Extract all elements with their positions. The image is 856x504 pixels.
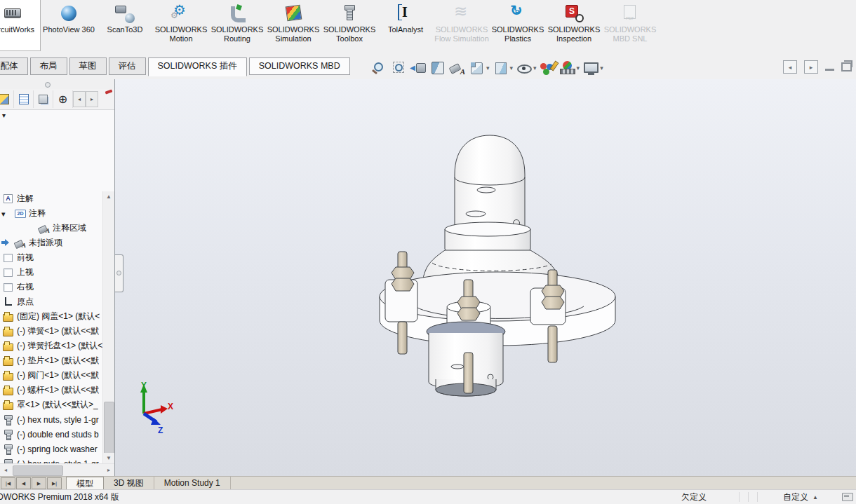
scroll-right-icon[interactable]: ▸ xyxy=(103,465,114,476)
addin-icon xyxy=(170,4,192,23)
addin-photoview-360[interactable]: PhotoView 360 xyxy=(41,0,97,34)
view-orientation-icon[interactable]: ▾ xyxy=(469,60,490,76)
scroll-up-icon[interactable]: ▲ xyxy=(103,191,114,203)
tree-item[interactable]: 注释区域 xyxy=(0,221,103,236)
hide-show-items-icon[interactable]: ▾ xyxy=(516,60,537,76)
display-style-icon[interactable]: ▾ xyxy=(493,60,514,76)
panel-tab-scroll-right[interactable]: ▸ xyxy=(86,91,98,107)
addin-solidworks-motion[interactable]: SOLIDWORKS Motion xyxy=(153,0,209,43)
status-bar: SOLIDWORKS Premium 2018 x64 版 欠定义 自定义 ▲ xyxy=(0,489,856,504)
dropdown-caret-icon[interactable]: ▾ xyxy=(486,64,490,71)
tab-nav-button[interactable]: ◀ xyxy=(16,477,31,489)
addins-toolbar: CircuitWorks PhotoView 360 ScanTo3D SOLI… xyxy=(0,0,856,56)
tree-item[interactable]: (-) 垫片<1> (默认<<默 xyxy=(0,353,103,368)
doc-tab-motion-study-1[interactable]: Motion Study 1 xyxy=(154,477,231,490)
tab-layout[interactable]: 布局 xyxy=(30,57,67,75)
view-annotations-icon[interactable]: ▾ xyxy=(449,60,466,76)
addin-icon xyxy=(283,4,304,23)
scroll-down-icon[interactable]: ▼ xyxy=(103,453,114,464)
addin-tolanalyst[interactable]: TolAnalyst xyxy=(377,0,434,34)
addin-solidworks-mbd-snl[interactable]: SOLIDWORKS MBD SNL xyxy=(602,0,658,43)
expand-arrow-icon[interactable] xyxy=(1,238,10,247)
doc-tab-model[interactable]: 模型 xyxy=(66,477,104,490)
tree-item[interactable]: (-) 阀门<1> (默认<<默 xyxy=(0,368,103,383)
addin-scanto3d[interactable]: ScanTo3D xyxy=(97,0,153,34)
tree-item[interactable]: 右视 xyxy=(0,280,103,294)
tree-item-icon xyxy=(3,415,14,425)
tab-solidworks-mbd[interactable]: SOLIDWORKS MBD xyxy=(249,57,350,75)
propertymanager-tab[interactable] xyxy=(14,90,34,108)
tree-item-label: (-) 阀门<1> (默认<<默 xyxy=(17,369,99,381)
addin-solidworks-plastics[interactable]: SOLIDWORKS Plastics xyxy=(490,0,546,43)
addin-circuitworks[interactable]: CircuitWorks xyxy=(0,0,41,51)
window-pane-buttons: ◂ ▸ xyxy=(783,60,852,74)
panel-tab-scroll-left[interactable]: ◂ xyxy=(73,91,86,107)
dropdown-caret-icon[interactable]: ▾ xyxy=(533,64,537,71)
addin-solidworks-inspection[interactable]: SOLIDWORKS Inspection xyxy=(546,0,602,43)
previous-view-icon[interactable]: ▾ xyxy=(410,60,427,76)
tree-item[interactable]: 注解 xyxy=(0,191,103,206)
tab-nav-button[interactable]: |◀ xyxy=(1,477,15,489)
tree-item-icon xyxy=(3,268,14,278)
tree-vertical-scrollbar[interactable]: ▲ ▼ xyxy=(102,191,114,464)
minimize-button[interactable] xyxy=(825,69,834,71)
unit-system[interactable]: 自定义 xyxy=(783,491,808,503)
zoom-to-fit-icon[interactable]: ▾ xyxy=(370,60,387,76)
addin-solidworks-flow-simulation[interactable]: SOLIDWORKS Flow Simulation xyxy=(434,0,490,43)
tab-nav-button[interactable]: ▶ xyxy=(32,477,46,489)
dropdown-caret-icon[interactable]: ▾ xyxy=(577,64,580,71)
zoom-to-area-icon[interactable]: ▾ xyxy=(390,60,407,76)
tree-item[interactable]: 上视 xyxy=(0,265,103,280)
tree-item[interactable]: 注释 xyxy=(0,206,103,221)
unit-system-caret-icon[interactable]: ▲ xyxy=(812,494,818,500)
tree-item-icon xyxy=(3,386,14,395)
expand-arrow-icon[interactable] xyxy=(1,224,10,232)
tree-item-icon xyxy=(3,371,14,381)
tree-item[interactable]: 罩<1> (默认<<默认>_ xyxy=(0,397,103,412)
tree-item[interactable]: (-) spring lock washer xyxy=(0,442,103,456)
valve-assembly-model[interactable] xyxy=(115,79,856,477)
panel-splitter[interactable] xyxy=(0,79,114,89)
tree-item[interactable]: 前视 xyxy=(0,250,103,265)
collapse-left-pane-button[interactable]: ◂ xyxy=(783,60,797,74)
tree-item[interactable]: 未指派项 xyxy=(0,236,103,250)
addin-solidworks-toolbox[interactable]: SOLIDWORKS Toolbox xyxy=(321,0,377,43)
dimxpertmanager-tab[interactable]: ⊕ xyxy=(53,90,73,108)
edit-appearance-icon[interactable]: ▾ xyxy=(540,60,556,76)
dropdown-caret-icon[interactable]: ▾ xyxy=(510,64,514,71)
tree-item[interactable]: (-) double end studs b xyxy=(0,427,103,442)
scroll-left-icon[interactable]: ◂ xyxy=(0,465,11,476)
tree-root-arrow[interactable]: ▾ xyxy=(0,110,114,121)
addin-icon xyxy=(395,4,416,23)
tree-item[interactable]: (-) hex nuts, style 1-gr xyxy=(0,412,103,427)
scrollbar-thumb[interactable] xyxy=(13,465,63,476)
dropdown-caret-icon[interactable]: ▾ xyxy=(600,64,603,71)
tag-icon[interactable] xyxy=(842,493,853,501)
tree-item[interactable]: (-) 螺杆<1> (默认<<默 xyxy=(0,383,103,397)
triad-x-label: X xyxy=(168,402,173,411)
tree-item[interactable]: 原点 xyxy=(0,294,103,309)
addin-solidworks-routing[interactable]: SOLIDWORKS Routing xyxy=(209,0,265,43)
pin-icon[interactable] xyxy=(105,89,113,94)
collapse-right-pane-button[interactable]: ▸ xyxy=(804,60,818,74)
tab-evaluate[interactable]: 评估 xyxy=(109,57,146,75)
configurationmanager-tab[interactable] xyxy=(34,90,53,108)
expand-arrow-icon[interactable] xyxy=(1,209,10,217)
apply-scene-icon[interactable]: ▾ xyxy=(559,60,580,76)
section-view-icon[interactable]: ▾ xyxy=(429,60,446,76)
tab-sketch[interactable]: 草图 xyxy=(69,57,107,75)
tab-assembly[interactable]: 装配体 xyxy=(0,57,28,75)
doc-tab-3d-views[interactable]: 3D 视图 xyxy=(104,477,154,490)
tab-nav-button[interactable]: ▶| xyxy=(47,477,62,489)
graphics-viewport[interactable]: Y X Z xyxy=(115,79,856,477)
tab-solidworks-addins[interactable]: SOLIDWORKS 插件 xyxy=(148,57,247,76)
tree-horizontal-scrollbar[interactable]: ◂ ▸ xyxy=(0,463,114,477)
tree-item[interactable]: (-) 弹簧托盘<1> (默认< xyxy=(0,339,103,353)
tree-item[interactable]: (-) 弹簧<1> (默认<<默 xyxy=(0,324,103,339)
tree-item[interactable]: (固定) 阀盖<1> (默认< xyxy=(0,309,103,324)
featuremanager-tree-tab[interactable] xyxy=(0,90,14,108)
addin-solidworks-simulation[interactable]: SOLIDWORKS Simulation xyxy=(265,0,321,43)
restore-button[interactable] xyxy=(841,62,852,71)
addin-label: SOLIDWORKS Toolbox xyxy=(321,25,377,43)
view-settings-icon[interactable]: ▾ xyxy=(582,60,603,76)
